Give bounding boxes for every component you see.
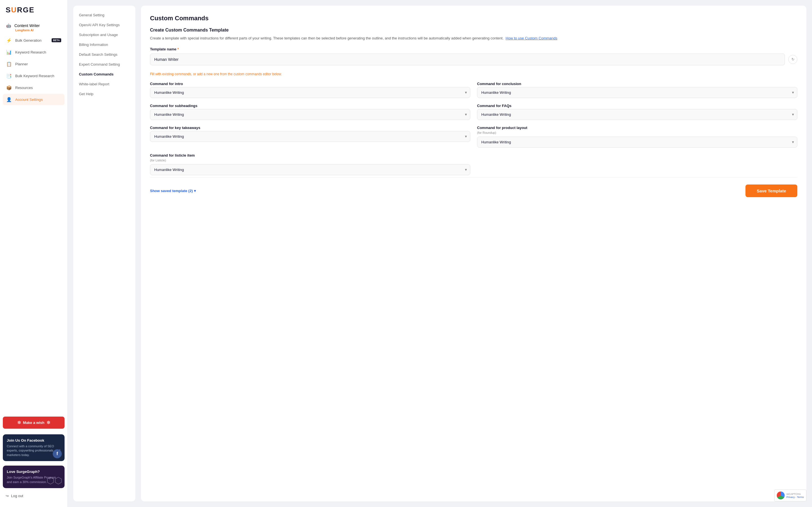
sidebar-label-account-settings: Account Settings: [15, 98, 61, 102]
sidebar: SURGE 🤖 Content Writer Longform AI ⚡ Bul…: [0, 0, 68, 507]
settings-nav-billing[interactable]: Billing Information: [73, 40, 135, 50]
command-conclusion-select[interactable]: Humanlike WritingProfessional ToneCasual…: [477, 87, 797, 98]
main-content: General Setting OpenAI API Key Settings …: [68, 0, 812, 507]
sidebar-label-content-writer: Content Writer: [14, 23, 40, 28]
bulk-generation-icon: ⚡: [6, 38, 12, 43]
settings-nav-white-label[interactable]: White-label Report: [73, 79, 135, 89]
commands-grid: Command for intro Humanlike WritingProfe…: [150, 82, 797, 148]
privacy-terms-link[interactable]: Privacy - Terms: [786, 496, 804, 499]
bulk-keyword-icon: 📑: [6, 73, 12, 78]
command-product-layout-sub: (for Roundup): [477, 131, 797, 134]
command-key-takeaways-select[interactable]: Humanlike WritingProfessional ToneCasual…: [150, 131, 470, 142]
command-subheadings-select[interactable]: Humanlike WritingProfessional ToneCasual…: [150, 109, 470, 120]
command-subheadings-select-wrapper: Humanlike WritingProfessional ToneCasual…: [150, 109, 470, 120]
facebook-card-desc: Connect with a community of SEO experts,…: [7, 444, 61, 457]
command-faqs-select[interactable]: Humanlike WritingProfessional ToneCasual…: [477, 109, 797, 120]
recaptcha-label: reCAPTCHA: [786, 493, 804, 496]
make-wish-button[interactable]: Make a wish: [3, 416, 64, 429]
command-subheadings-label: Command for subheadings: [150, 104, 470, 108]
command-key-takeaways-label: Command for key takeaways: [150, 126, 470, 130]
affiliate-card-title: Love SurgeGraph?: [7, 469, 61, 474]
refresh-template-button[interactable]: ↻: [788, 55, 797, 64]
beta-badge: BETA: [52, 38, 61, 42]
command-product-layout-select[interactable]: Humanlike WritingProfessional ToneCasual…: [477, 136, 797, 148]
settings-nav-openai[interactable]: OpenAI API Key Settings: [73, 20, 135, 30]
command-subheadings-group: Command for subheadings Humanlike Writin…: [150, 104, 470, 120]
command-intro-select-wrapper: Humanlike WritingProfessional ToneCasual…: [150, 87, 470, 98]
command-intro-group: Command for intro Humanlike WritingProfe…: [150, 82, 470, 98]
content-writer-icon: 🤖: [6, 23, 11, 28]
command-conclusion-group: Command for conclusion Humanlike Writing…: [477, 82, 797, 98]
settings-panel: Custom Commands Create Custom Commands T…: [141, 6, 806, 501]
sidebar-label-resources: Resources: [15, 86, 61, 90]
sidebar-item-bulk-generation[interactable]: ⚡ Bulk Generation BETA: [3, 35, 64, 46]
sidebar-item-keyword-research[interactable]: 📊 Keyword Research: [3, 47, 64, 58]
settings-nav-subscription[interactable]: Subscription and Usage: [73, 30, 135, 40]
bottom-bar: Show saved template (2) ▾ Save Template: [150, 177, 797, 197]
template-name-label: Template name *: [150, 47, 785, 51]
command-conclusion-select-wrapper: Humanlike WritingProfessional ToneCasual…: [477, 87, 797, 98]
command-listicle-select[interactable]: Humanlike WritingProfessional ToneCasual…: [150, 164, 470, 175]
panel-title: Custom Commands: [150, 15, 797, 22]
command-intro-label: Command for intro: [150, 82, 470, 86]
affiliate-icon: ⬡⬡: [47, 475, 62, 486]
command-faqs-group: Command for FAQs Humanlike WritingProfes…: [477, 104, 797, 120]
settings-nav-get-help[interactable]: Get Help: [73, 89, 135, 99]
command-faqs-label: Command for FAQs: [477, 104, 797, 108]
facebook-card-title: Join Us On Facebook: [7, 438, 61, 443]
app-logo: SURGE: [0, 6, 67, 21]
settings-nav: General Setting OpenAI API Key Settings …: [73, 6, 135, 501]
chevron-down-icon: ▾: [194, 189, 196, 193]
sidebar-item-account-settings[interactable]: 👤 Account Settings: [3, 94, 64, 105]
affiliate-card[interactable]: Love SurgeGraph? Join SurgeGraph's Affil…: [3, 466, 64, 488]
command-listicle-label: Command for listicle item: [150, 153, 470, 158]
logout-button[interactable]: ↪ Log out: [0, 490, 67, 501]
command-listicle-select-wrapper: Humanlike WritingProfessional ToneCasual…: [150, 164, 470, 175]
sidebar-item-content-writer[interactable]: 🤖 Content Writer Longform AI: [3, 21, 64, 34]
how-to-link[interactable]: How to use Custom Commands: [506, 36, 557, 40]
sidebar-item-planner[interactable]: 📋 Planner: [3, 58, 64, 69]
sidebar-label-keyword-research: Keyword Research: [15, 50, 61, 54]
save-template-button[interactable]: Save Template: [746, 184, 797, 197]
command-product-layout-group: Command for product layout (for Roundup)…: [477, 126, 797, 148]
command-intro-select[interactable]: Humanlike WritingProfessional ToneCasual…: [150, 87, 470, 98]
planner-icon: 📋: [6, 61, 12, 67]
resources-icon: 📦: [6, 85, 12, 91]
sidebar-navigation: 🤖 Content Writer Longform AI ⚡ Bulk Gene…: [0, 21, 67, 413]
show-saved-template-link[interactable]: Show saved template (2) ▾: [150, 189, 196, 193]
command-listicle-group: Command for listicle item (for Listicle)…: [150, 153, 470, 175]
facebook-icon: f: [53, 449, 62, 458]
command-faqs-select-wrapper: Humanlike WritingProfessional ToneCasual…: [477, 109, 797, 120]
sidebar-label-planner: Planner: [15, 62, 61, 66]
facebook-card[interactable]: Join Us On Facebook Connect with a commu…: [3, 434, 64, 461]
account-settings-icon: 👤: [6, 97, 12, 102]
logout-icon: ↪: [6, 494, 9, 498]
command-product-layout-label: Command for product layout: [477, 126, 797, 130]
template-name-input[interactable]: [150, 54, 785, 65]
settings-nav-expert-command[interactable]: Expert Command Setting: [73, 59, 135, 69]
settings-nav-default-search[interactable]: Default Search Settings: [73, 50, 135, 59]
sidebar-sub-label-content-writer: Longform AI: [15, 29, 34, 32]
recaptcha-logo: [777, 492, 784, 499]
command-product-layout-select-wrapper: Humanlike WritingProfessional ToneCasual…: [477, 136, 797, 148]
sidebar-label-bulk-keyword: Bulk Keyword Research: [15, 74, 61, 78]
settings-nav-general[interactable]: General Setting: [73, 10, 135, 20]
section-description: Create a template with special instructi…: [150, 36, 797, 41]
hint-text: Fill with existing commands, or add a ne…: [150, 72, 797, 76]
command-listicle-sub: (for Listicle): [150, 159, 470, 162]
command-key-takeaways-group: Command for key takeaways Humanlike Writ…: [150, 126, 470, 148]
command-key-takeaways-select-wrapper: Humanlike WritingProfessional ToneCasual…: [150, 131, 470, 142]
logout-label: Log out: [11, 494, 23, 498]
command-conclusion-label: Command for conclusion: [477, 82, 797, 86]
make-wish-label: Make a wish: [23, 420, 45, 425]
settings-layout: General Setting OpenAI API Key Settings …: [68, 0, 812, 507]
keyword-research-icon: 📊: [6, 49, 12, 55]
sidebar-item-resources[interactable]: 📦 Resources: [3, 82, 64, 93]
sidebar-item-bulk-keyword-research[interactable]: 📑 Bulk Keyword Research: [3, 70, 64, 81]
settings-nav-custom-commands[interactable]: Custom Commands: [73, 69, 135, 79]
recaptcha-badge: reCAPTCHA Privacy - Terms: [774, 490, 806, 501]
section-title: Create Custom Commands Template: [150, 27, 797, 33]
sidebar-label-bulk-generation: Bulk Generation: [15, 38, 48, 43]
